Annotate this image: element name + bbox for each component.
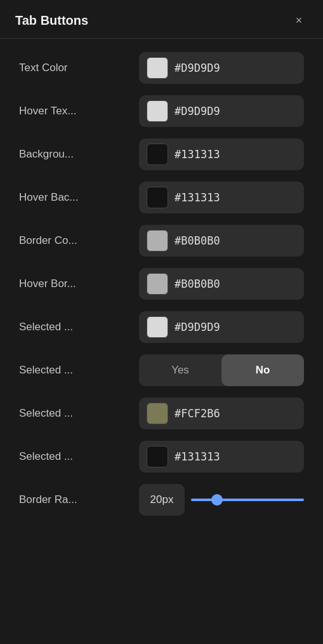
panel: Tab Buttons × Text Color#D9D9D9Hover Tex… [0,0,323,644]
color-input-selected-1[interactable]: #D9D9D9 [139,311,304,343]
label-selected-2: Selected ... [19,364,130,377]
color-value-text-color: #D9D9D9 [175,62,220,74]
label-hover-background: Hover Bac... [19,191,130,204]
label-background: Backgrou... [19,148,130,161]
color-input-selected-3[interactable]: #FCF2B6 [139,398,304,429]
color-input-hover-background[interactable]: #131313 [139,182,304,213]
label-selected-4: Selected ... [19,450,130,463]
row-selected-3: Selected ...#FCF2B6 [19,396,304,431]
slider-input-border-radius[interactable] [191,499,304,501]
color-input-hover-border[interactable]: #B0B0B0 [139,268,304,300]
slider-value-border-radius: 20px [139,484,185,516]
row-selected-2: Selected ...YesNo [19,352,304,388]
color-value-selected-3: #FCF2B6 [175,407,220,420]
row-selected-1: Selected ...#D9D9D9 [19,309,304,345]
color-swatch-hover-border [147,273,168,295]
toggle-no-selected-2[interactable]: No [221,354,304,386]
color-input-border-color[interactable]: #B0B0B0 [139,225,304,257]
label-border-color: Border Co... [19,234,130,247]
label-hover-border: Hover Bor... [19,278,130,290]
label-border-radius: Border Ra... [19,493,130,506]
label-text-color: Text Color [19,62,130,74]
color-swatch-selected-4 [147,446,168,467]
color-swatch-hover-text [147,100,168,122]
color-swatch-background [147,144,168,165]
row-selected-4: Selected ...#131313 [19,439,304,474]
color-swatch-border-color [147,230,168,252]
label-selected-3: Selected ... [19,407,130,420]
label-selected-1: Selected ... [19,321,130,333]
label-hover-text: Hover Tex... [19,105,130,117]
color-swatch-hover-background [147,187,168,208]
toggle-selected-2: YesNo [139,354,304,386]
toggle-yes-selected-2[interactable]: Yes [139,354,221,386]
color-value-background: #131313 [175,148,220,161]
color-input-hover-text[interactable]: #D9D9D9 [139,95,304,127]
color-value-selected-1: #D9D9D9 [175,321,220,333]
row-border-color: Border Co...#B0B0B0 [19,223,304,258]
row-hover-background: Hover Bac...#131313 [19,180,304,215]
row-hover-border: Hover Bor...#B0B0B0 [19,266,304,302]
color-value-hover-background: #131313 [175,191,220,204]
panel-title: Tab Buttons [15,13,88,28]
color-input-text-color[interactable]: #D9D9D9 [139,52,304,84]
header: Tab Buttons × [0,0,323,39]
color-swatch-text-color [147,57,168,79]
color-value-hover-text: #D9D9D9 [175,105,220,117]
color-input-selected-4[interactable]: #131313 [139,441,304,473]
color-value-hover-border: #B0B0B0 [175,278,220,290]
content-area: Text Color#D9D9D9Hover Tex...#D9D9D9Back… [0,39,323,530]
color-swatch-selected-1 [147,316,168,338]
color-value-border-color: #B0B0B0 [175,234,220,247]
row-border-radius: Border Ra...20px [19,482,304,518]
color-value-selected-4: #131313 [175,450,220,463]
close-button[interactable]: × [290,11,308,29]
row-background: Backgrou...#131313 [19,137,304,172]
slider-wrap-border-radius: 20px [139,484,304,516]
color-input-background[interactable]: #131313 [139,138,304,170]
row-text-color: Text Color#D9D9D9 [19,50,304,86]
row-hover-text: Hover Tex...#D9D9D9 [19,93,304,129]
color-swatch-selected-3 [147,403,168,424]
